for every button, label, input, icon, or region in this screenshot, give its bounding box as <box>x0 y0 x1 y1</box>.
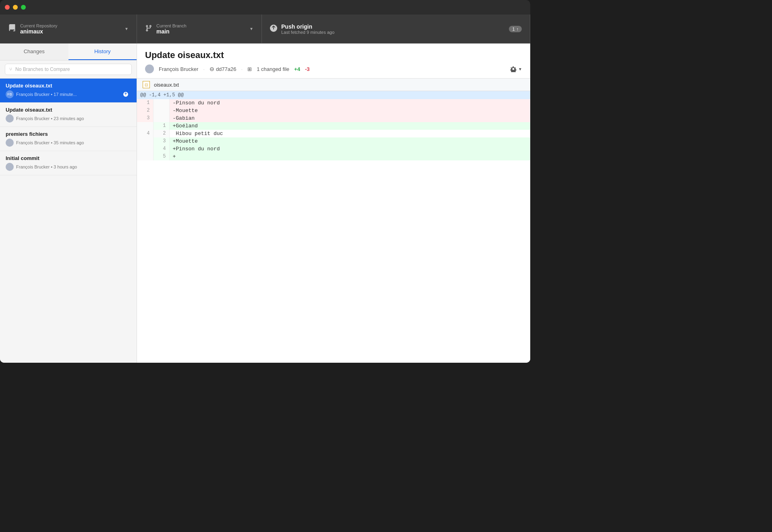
commit-title-main: Update oiseaux.txt <box>145 50 522 60</box>
commit-item[interactable]: premiers fichiers François Brucker • 35 … <box>0 127 137 151</box>
branch-chevron-icon: ▼ <box>249 27 253 31</box>
repository-icon <box>8 24 16 34</box>
diff-line: 3 -Gabian <box>137 114 530 122</box>
line-content: + <box>169 153 530 160</box>
avatar <box>6 163 14 171</box>
branch-compare-icon: ⑂ <box>9 66 12 72</box>
old-line-num: 2 <box>137 107 153 114</box>
commit-hash: ⊖ dd77a26 <box>210 66 237 72</box>
avatar <box>6 114 14 123</box>
commit-meta: François Brucker • 3 hours ago <box>16 164 77 169</box>
file-changed-icon: ⊡ <box>143 81 150 88</box>
commit-title: premiers fichiers <box>6 131 131 137</box>
commit-meta: François Brucker • 23 minutes ago <box>16 116 84 121</box>
diff-hunk-header-row: @@ -1,4 +1,5 @@ <box>137 91 530 99</box>
new-line-num: 2 <box>153 130 169 137</box>
push-count: 1 <box>512 27 515 31</box>
commit-meta-row: François Brucker • 23 minutes ago <box>6 114 131 123</box>
commit-header: Update oiseaux.txt François Brucker · ⊖ … <box>137 44 530 79</box>
additions-count: +4 <box>294 66 300 72</box>
author-name: François Brucker <box>159 66 198 72</box>
toolbar: Current Repository animaux ▼ Current Bra… <box>0 15 530 44</box>
branch-icon <box>145 25 152 33</box>
line-content: -Pinson du nord <box>169 99 530 107</box>
push-count-badge: 1 ↑ <box>509 26 522 32</box>
commit-meta-row: FB François Brucker • 17 minute... <box>6 90 131 98</box>
commit-meta-bar: François Brucker · ⊖ dd77a26 · ⊞ 1 chang… <box>145 64 522 73</box>
old-line-num: 4 <box>137 130 153 137</box>
avatar <box>6 139 14 147</box>
sidebar-tabs: Changes History <box>0 44 137 60</box>
old-line-num <box>137 153 153 160</box>
repo-name: animaux <box>20 28 121 35</box>
current-repository-section[interactable]: Current Repository animaux ▼ <box>0 15 137 43</box>
divider: · <box>203 66 205 72</box>
minimize-button[interactable] <box>13 5 18 10</box>
repository-text: Current Repository animaux <box>20 23 121 35</box>
diff-table: @@ -1,4 +1,5 @@ 1 -Pinson du nord 2 -Mou… <box>137 91 530 160</box>
commit-hash-value: dd77a26 <box>216 66 237 72</box>
commit-title: Update oiseaux.txt <box>6 107 131 113</box>
branch-label: Current Branch <box>156 23 246 28</box>
maximize-button[interactable] <box>21 5 26 10</box>
commit-item[interactable]: Update oiseaux.txt François Brucker • 23… <box>0 103 137 127</box>
commit-meta: François Brucker • 35 minutes ago <box>16 140 84 145</box>
diff-line: 4 2 Hibou petit duc <box>137 130 530 137</box>
diff-line: 1 -Pinson du nord <box>137 99 530 107</box>
new-line-num <box>153 114 169 122</box>
traffic-lights <box>5 5 26 10</box>
tab-history[interactable]: History <box>68 44 137 60</box>
diff-line: 4 +Pinson du nord <box>137 145 530 153</box>
commit-meta-row: François Brucker • 3 hours ago <box>6 163 131 171</box>
line-content: +Mouette <box>169 137 530 145</box>
branch-compare-placeholder: No Branches to Compare <box>15 66 70 72</box>
branch-text: Current Branch main <box>156 23 246 35</box>
commit-meta: François Brucker • 17 minute... <box>16 92 77 97</box>
diff-line: 2 -Mouette <box>137 107 530 114</box>
line-content: Hibou petit duc <box>169 130 530 137</box>
new-line-num: 1 <box>153 122 169 130</box>
branch-compare-input[interactable]: ⑂ No Branches to Compare <box>5 64 132 75</box>
diff-line: 1 +Goéland <box>137 122 530 130</box>
close-button[interactable] <box>5 5 10 10</box>
line-content: -Mouette <box>169 107 530 114</box>
repo-label: Current Repository <box>20 23 121 28</box>
hunk-header-cell: @@ -1,4 +1,5 @@ <box>137 91 530 99</box>
old-line-num: 3 <box>137 114 153 122</box>
old-line-num <box>137 145 153 153</box>
line-content: +Pinson du nord <box>169 145 530 153</box>
push-origin-section[interactable]: Push origin Last fetched 9 minutes ago 1… <box>262 15 530 43</box>
line-content: -Gabian <box>169 114 530 122</box>
diff-settings-button[interactable]: ▼ <box>510 66 522 72</box>
new-line-num <box>153 107 169 114</box>
push-icon <box>270 25 277 33</box>
new-line-num: 5 <box>153 153 169 160</box>
main-area: Changes History ⑂ No Branches to Compare… <box>0 44 530 363</box>
push-arrow-icon: ↑ <box>517 27 519 31</box>
commit-meta-row: François Brucker • 35 minutes ago <box>6 139 131 147</box>
new-line-num: 4 <box>153 145 169 153</box>
line-content: +Goéland <box>169 122 530 130</box>
sidebar: Changes History ⑂ No Branches to Compare… <box>0 44 137 363</box>
content-panel: Update oiseaux.txt François Brucker · ⊖ … <box>137 44 530 363</box>
old-line-num <box>137 122 153 130</box>
branch-name: main <box>156 28 246 35</box>
commit-item[interactable]: Initial commit François Brucker • 3 hour… <box>0 151 137 175</box>
hunk-header-text: @@ -1,4 +1,5 @@ <box>140 92 184 98</box>
repo-chevron-icon: ▼ <box>125 27 129 31</box>
file-header: ⊡ oiseaux.txt <box>137 79 530 91</box>
old-line-num <box>137 137 153 145</box>
diff-line: 5 + <box>137 153 530 160</box>
push-chip <box>120 91 131 98</box>
commit-item[interactable]: Update oiseaux.txt FB François Brucker •… <box>0 79 137 103</box>
commit-title: Update oiseaux.txt <box>6 83 131 89</box>
diff-filename: oiseaux.txt <box>154 82 179 88</box>
current-branch-section[interactable]: Current Branch main ▼ <box>137 15 262 43</box>
new-line-num <box>153 99 169 107</box>
author-avatar <box>145 64 154 73</box>
new-line-num: 3 <box>153 137 169 145</box>
push-label: Push origin <box>281 23 506 30</box>
tab-changes[interactable]: Changes <box>0 44 68 60</box>
avatar: FB <box>6 90 14 98</box>
commit-list: Update oiseaux.txt FB François Brucker •… <box>0 79 137 363</box>
